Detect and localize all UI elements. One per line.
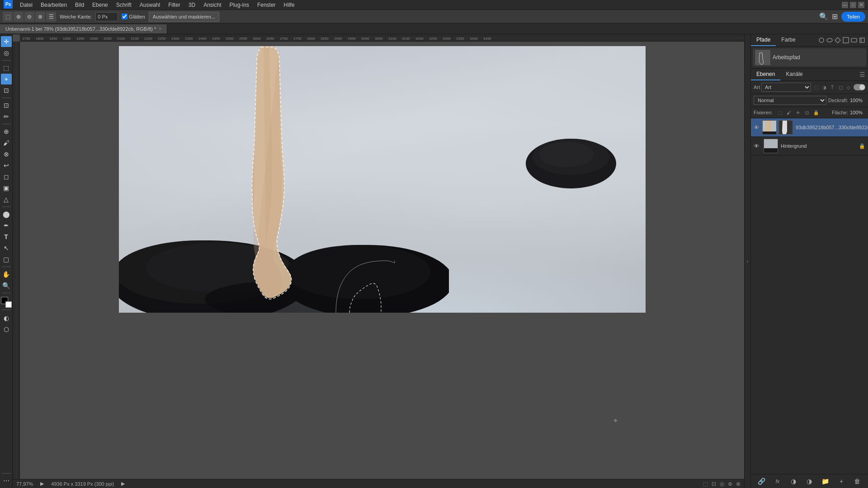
share-button[interactable]: Teilen bbox=[841, 12, 865, 22]
tool-brush[interactable]: 🖌 bbox=[1, 137, 12, 148]
blend-mode-select[interactable]: Normal Multiplizieren Negativ multiplizi… bbox=[754, 96, 826, 105]
arrow-icon[interactable]: ▶ bbox=[40, 481, 44, 487]
layer-filter-pixel[interactable]: ⬚ bbox=[812, 84, 820, 91]
menu-3d[interactable]: 3D bbox=[185, 1, 199, 9]
layer-filter-adjust[interactable]: ◑ bbox=[821, 84, 828, 91]
lasso-option-4[interactable]: ⊗ bbox=[35, 12, 45, 22]
tool-clone[interactable]: ⊗ bbox=[1, 149, 12, 160]
lasso-option-1[interactable]: ⬚ bbox=[3, 12, 13, 22]
tool-path-select[interactable]: ↖ bbox=[1, 243, 12, 253]
lock-move-icon[interactable]: ✛ bbox=[794, 109, 802, 116]
link-layers-icon[interactable]: 🔗 bbox=[757, 476, 767, 486]
tool-shape[interactable]: ▢ bbox=[1, 254, 12, 265]
path-circle-icon[interactable] bbox=[818, 37, 825, 43]
soft-edge-input[interactable] bbox=[95, 12, 118, 21]
menu-hilfe[interactable]: Hilfe bbox=[280, 1, 298, 9]
smooth-checkbox[interactable] bbox=[122, 14, 127, 19]
lock-transparent-icon[interactable]: ⬚ bbox=[776, 109, 783, 116]
panel-collapse-button[interactable]: ‹ bbox=[744, 34, 750, 488]
delete-layer-icon[interactable]: 🗑 bbox=[852, 476, 862, 486]
status-icon-1[interactable]: ⬚ bbox=[703, 481, 708, 487]
tool-crop[interactable]: ⊡ bbox=[1, 100, 12, 111]
layer-filter-shape[interactable]: ▢ bbox=[837, 84, 844, 91]
search-icon[interactable]: 🔍 bbox=[819, 12, 828, 21]
new-layer-icon[interactable]: + bbox=[836, 476, 846, 486]
minimize-button[interactable]: — bbox=[842, 2, 848, 8]
lasso-option-5[interactable]: ☰ bbox=[46, 12, 56, 22]
tool-dodge[interactable]: ⬤ bbox=[1, 209, 12, 220]
layer-filter-toggle[interactable] bbox=[854, 84, 865, 90]
layers-type-select[interactable]: Art Name Effekt bbox=[761, 83, 811, 92]
layer-item-1[interactable]: 👁 Hintergrund 🔒 bbox=[751, 137, 868, 155]
tool-healing[interactable]: ⊕ bbox=[1, 126, 12, 137]
tool-text[interactable]: T bbox=[1, 231, 12, 242]
tool-hand[interactable]: ✋ bbox=[1, 269, 12, 280]
path-ellipse-icon[interactable] bbox=[826, 37, 833, 43]
menu-plugins[interactable]: Plug-ins bbox=[226, 1, 253, 9]
tool-eyedropper[interactable]: ✏ bbox=[1, 111, 12, 122]
effects-icon[interactable]: fx bbox=[773, 476, 783, 486]
lasso-option-3[interactable]: ⊖ bbox=[24, 12, 34, 22]
layer-filter-smart[interactable]: ◇ bbox=[845, 84, 852, 91]
lasso-option-2[interactable]: ⊕ bbox=[14, 12, 24, 22]
color-swatches[interactable] bbox=[1, 297, 12, 308]
smooth-checkbox-label[interactable]: Glätten bbox=[122, 14, 145, 19]
tool-marquee[interactable]: ⬚ bbox=[1, 62, 12, 73]
channels-tab[interactable]: Kanäle bbox=[780, 69, 808, 80]
tool-history[interactable]: ↩ bbox=[1, 160, 12, 171]
canvas-wrapper[interactable]: ⌖ bbox=[20, 42, 744, 470]
arrange-icon[interactable]: ⊞ bbox=[832, 12, 838, 21]
tool-screen[interactable]: ⬡ bbox=[1, 324, 12, 335]
tool-mask[interactable]: ◐ bbox=[1, 313, 12, 324]
menu-datei[interactable]: Datei bbox=[16, 1, 36, 9]
tool-blur[interactable]: △ bbox=[1, 194, 12, 205]
lock-all-icon[interactable]: 🔒 bbox=[812, 109, 820, 116]
status-icon-2[interactable]: ⊡ bbox=[712, 481, 716, 487]
menu-filter[interactable]: Filter bbox=[165, 1, 184, 9]
tab-close-icon[interactable]: × bbox=[159, 26, 161, 31]
tool-quick-select[interactable]: ⊡ bbox=[1, 85, 12, 96]
arrow-icon2[interactable]: ▶ bbox=[121, 481, 125, 487]
menu-bild[interactable]: Bild bbox=[71, 1, 88, 9]
tool-lasso2[interactable]: ⌖ bbox=[1, 74, 12, 84]
menu-bearbeiten[interactable]: Bearbeiten bbox=[37, 1, 71, 9]
path-item-arbeitspfad[interactable]: Arbeitspfad bbox=[753, 48, 866, 66]
menu-schrift[interactable]: Schrift bbox=[113, 1, 135, 9]
path-icon6[interactable] bbox=[859, 37, 865, 43]
layers-menu-icon[interactable]: ☰ bbox=[859, 71, 865, 78]
layer-filter-text[interactable]: T bbox=[829, 84, 836, 91]
document-tab[interactable]: Unbenannt-1 bei 78% (93db395218b057...33… bbox=[0, 24, 167, 33]
add-mask-icon[interactable]: ◑ bbox=[788, 476, 798, 486]
layer-item-0[interactable]: 👁 93d bbox=[751, 118, 868, 137]
layer-visibility-0[interactable]: 👁 bbox=[754, 124, 760, 131]
tool-eraser[interactable]: ◻ bbox=[1, 171, 12, 182]
menu-auswahl[interactable]: Auswahl bbox=[136, 1, 164, 9]
menu-ebene[interactable]: Ebene bbox=[89, 1, 112, 9]
color-tab[interactable]: Farbe bbox=[776, 34, 801, 46]
tool-lasso[interactable]: ◎ bbox=[1, 47, 12, 58]
layer-visibility-1[interactable]: 👁 bbox=[754, 143, 761, 150]
maximize-button[interactable]: □ bbox=[850, 2, 856, 8]
path-square-icon[interactable] bbox=[843, 37, 849, 43]
adjustment-icon[interactable]: ◑ bbox=[804, 476, 814, 486]
tool-gradient[interactable]: ▣ bbox=[1, 183, 12, 193]
layers-tab[interactable]: Ebenen bbox=[751, 69, 780, 80]
menu-ansicht[interactable]: Ansicht bbox=[200, 1, 225, 9]
status-icon-4[interactable]: ⊕ bbox=[728, 481, 732, 487]
lock-artboard-icon[interactable]: ⊡ bbox=[803, 109, 811, 116]
tool-zoom[interactable]: 🔍 bbox=[1, 280, 12, 291]
select-mask-button[interactable]: Auswählen und maskieren... bbox=[149, 12, 219, 22]
background-color[interactable] bbox=[5, 301, 12, 308]
status-icon-5[interactable]: ⊗ bbox=[736, 481, 741, 487]
path-diamond-icon[interactable] bbox=[835, 37, 841, 43]
close-button[interactable]: ✕ bbox=[858, 2, 864, 8]
paths-tab[interactable]: Pfade bbox=[751, 34, 776, 46]
path-icon5[interactable] bbox=[851, 37, 857, 43]
menu-fenster[interactable]: Fenster bbox=[254, 1, 279, 9]
tool-extra[interactable]: ⋯ bbox=[1, 475, 12, 486]
lock-paint-icon[interactable]: 🖌 bbox=[785, 109, 793, 116]
tool-move[interactable]: ✛ bbox=[1, 36, 12, 47]
group-icon[interactable]: 📁 bbox=[821, 476, 830, 486]
tool-pen[interactable]: ✒ bbox=[1, 220, 12, 231]
status-icon-3[interactable]: ◎ bbox=[720, 481, 724, 487]
